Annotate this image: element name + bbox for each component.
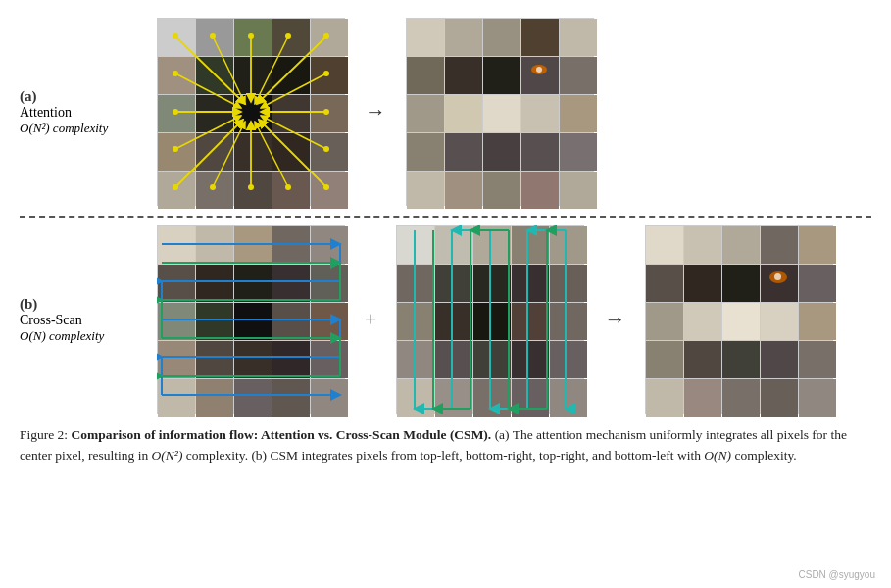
- cell: [761, 303, 798, 340]
- cell: [799, 379, 836, 416]
- cell: [234, 379, 272, 416]
- cell: [158, 303, 195, 340]
- cell: [407, 133, 444, 171]
- cell: [550, 226, 587, 264]
- cell: [646, 226, 683, 264]
- cell: [799, 303, 836, 340]
- cell: [722, 341, 760, 378]
- cell: [560, 133, 597, 171]
- cell: [512, 226, 549, 264]
- cell: [196, 57, 233, 94]
- section-divider: [20, 216, 871, 218]
- center-cell: [234, 95, 272, 132]
- cell: [483, 95, 520, 132]
- cell: [722, 303, 760, 340]
- cell: [234, 133, 272, 171]
- cell: [473, 303, 511, 340]
- cell: [158, 341, 195, 378]
- cell: [311, 303, 348, 340]
- arrow-a: →: [365, 99, 386, 124]
- cell: [521, 95, 559, 132]
- cell: [521, 133, 559, 171]
- part-tag-a: (a): [20, 88, 37, 105]
- label-area-b: (b) Cross-Scan O(N) complexity: [20, 296, 157, 344]
- cell: [397, 265, 434, 302]
- cell: [483, 19, 520, 56]
- cell: [445, 19, 482, 56]
- cell: [407, 19, 444, 56]
- cell: [397, 379, 434, 416]
- cell: [722, 379, 760, 416]
- csm-output-grid: [645, 225, 833, 414]
- cell: [684, 341, 721, 378]
- grid-area-b: +: [157, 225, 833, 414]
- cell: [761, 265, 798, 302]
- cell: [196, 265, 233, 302]
- cell: [512, 379, 549, 416]
- cell: [684, 379, 721, 416]
- cell: [158, 133, 195, 171]
- cell: [234, 19, 272, 56]
- cell: [272, 172, 310, 209]
- plus-symbol: +: [365, 307, 376, 332]
- cell: [646, 341, 683, 378]
- cell: [311, 19, 348, 56]
- cell: [473, 341, 511, 378]
- cell: [272, 341, 310, 378]
- cell: [473, 226, 511, 264]
- cell: [234, 57, 272, 94]
- cell: [722, 265, 760, 302]
- cell: [397, 226, 434, 264]
- cell: [407, 172, 444, 209]
- cell: [311, 265, 348, 302]
- cell: [560, 95, 597, 132]
- cell: [761, 341, 798, 378]
- cell: [550, 341, 587, 378]
- attention-output: [406, 18, 594, 206]
- label-area-a: (a) Attention O(N²) complexity: [20, 88, 157, 136]
- section-b-title: Cross-Scan: [20, 313, 82, 328]
- cell: [272, 303, 310, 340]
- cell: [445, 133, 482, 171]
- csm-output: [645, 225, 833, 414]
- cell: [272, 133, 310, 171]
- section-b: (b) Cross-Scan O(N) complexity: [20, 221, 871, 417]
- cell: [445, 95, 482, 132]
- figure-label: Figure 2: Comparison of information flow…: [20, 427, 847, 463]
- attention-output-grid: [406, 18, 594, 206]
- cell: [407, 57, 444, 94]
- cell: [196, 133, 233, 171]
- cell: [158, 172, 195, 209]
- cell: [435, 226, 472, 264]
- caption-math2: O(N): [704, 448, 731, 463]
- caption-text2: complexity. (b) CSM integrates pixels fr…: [182, 448, 704, 463]
- cell: [196, 341, 233, 378]
- watermark: CSDN @syugyou: [798, 569, 875, 580]
- cell: [158, 265, 195, 302]
- cell: [311, 95, 348, 132]
- caption-bold: Comparison of information flow: Attentio…: [72, 427, 492, 442]
- cell: [761, 226, 798, 264]
- cell: [473, 265, 511, 302]
- cell: [646, 303, 683, 340]
- section-a-title: Attention: [20, 105, 72, 121]
- caption-math1: O(N²): [152, 448, 183, 463]
- section-a: (a) Attention O(N²) complexity: [20, 10, 871, 212]
- cell: [483, 133, 520, 171]
- cell: [272, 95, 310, 132]
- cell: [722, 226, 760, 264]
- cell: [158, 379, 195, 416]
- cell: [799, 265, 836, 302]
- csm-input2: [396, 225, 584, 414]
- cell: [799, 226, 836, 264]
- cell: [196, 226, 233, 264]
- cell: [196, 95, 233, 132]
- grid-area-a: →: [157, 18, 594, 206]
- cell: [158, 95, 195, 132]
- cell: [272, 379, 310, 416]
- cell: [550, 379, 587, 416]
- cell: [311, 341, 348, 378]
- cell: [646, 379, 683, 416]
- cell: [799, 341, 836, 378]
- cell: [234, 341, 272, 378]
